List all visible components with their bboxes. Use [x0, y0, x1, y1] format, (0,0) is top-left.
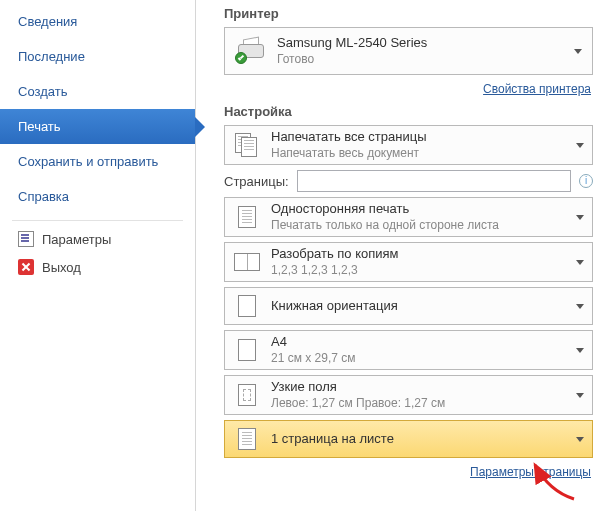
sidebar-sub-label: Выход: [42, 260, 81, 275]
margins-icon: [233, 380, 261, 410]
setting-paper-size[interactable]: A4 21 см x 29,7 см: [224, 330, 593, 370]
setting-texts: Напечатать все страницы Напечатать весь …: [271, 129, 566, 160]
printer-properties-link[interactable]: Свойства принтера: [483, 82, 591, 96]
setting-subtitle: Напечатать весь документ: [271, 146, 566, 161]
sidebar-label: Создать: [18, 84, 67, 99]
sidebar-item-save-send[interactable]: Сохранить и отправить: [0, 144, 195, 179]
sidebar-label: Печать: [18, 119, 61, 134]
setting-orientation[interactable]: Книжная ориентация: [224, 287, 593, 325]
setting-texts: Односторонняя печать Печатать только на …: [271, 201, 566, 232]
setting-subtitle: Левое: 1,27 см Правое: 1,27 см: [271, 396, 566, 411]
settings-section-title: Настройка: [224, 104, 593, 119]
setting-title: Разобрать по копиям: [271, 246, 566, 262]
paper-icon: [233, 335, 261, 365]
setting-texts: Книжная ориентация: [271, 298, 566, 314]
setting-title: Книжная ориентация: [271, 298, 566, 314]
sidebar-separator: [12, 220, 183, 221]
orientation-icon: [233, 291, 261, 321]
chevron-down-icon: [576, 393, 584, 398]
collate-icon: [233, 247, 261, 277]
setting-texts: Узкие поля Левое: 1,27 см Правое: 1,27 с…: [271, 379, 566, 410]
setting-title: 1 страница на листе: [271, 431, 566, 447]
setting-title: A4: [271, 334, 566, 350]
chevron-down-icon: [574, 49, 582, 54]
printer-status: Готово: [277, 52, 564, 68]
pages-icon: [233, 130, 261, 160]
sidebar-label: Сохранить и отправить: [18, 154, 158, 169]
pages-label: Страницы:: [224, 174, 289, 189]
print-panel: Принтер Samsung ML-2540 Series Готово Св…: [196, 0, 603, 511]
printer-icon: [235, 38, 267, 64]
setting-margins[interactable]: Узкие поля Левое: 1,27 см Правое: 1,27 с…: [224, 375, 593, 415]
chevron-down-icon: [576, 215, 584, 220]
setting-subtitle: 1,2,3 1,2,3 1,2,3: [271, 263, 566, 278]
sidebar-item-info[interactable]: Сведения: [0, 4, 195, 39]
setting-pages-per-sheet[interactable]: 1 страница на листе: [224, 420, 593, 458]
sidebar-item-recent[interactable]: Последние: [0, 39, 195, 74]
setting-print-range[interactable]: Напечатать все страницы Напечатать весь …: [224, 125, 593, 165]
info-icon[interactable]: i: [579, 174, 593, 188]
sidebar-item-help[interactable]: Справка: [0, 179, 195, 214]
sidebar-label: Последние: [18, 49, 85, 64]
sidebar-options[interactable]: Параметры: [0, 225, 195, 253]
chevron-down-icon: [576, 348, 584, 353]
one-side-icon: [233, 202, 261, 232]
sidebar-label: Сведения: [18, 14, 77, 29]
sidebar-item-print[interactable]: Печать: [0, 109, 195, 144]
pages-input[interactable]: [297, 170, 571, 192]
chevron-down-icon: [576, 437, 584, 442]
sidebar-exit[interactable]: Выход: [0, 253, 195, 281]
chevron-down-icon: [576, 260, 584, 265]
printer-section-title: Принтер: [224, 6, 593, 21]
exit-icon: [18, 259, 34, 275]
backstage-sidebar: Сведения Последние Создать Печать Сохран…: [0, 0, 196, 511]
printer-texts: Samsung ML-2540 Series Готово: [277, 35, 564, 67]
setting-subtitle: 21 см x 29,7 см: [271, 351, 566, 366]
sidebar-item-new[interactable]: Создать: [0, 74, 195, 109]
setting-title: Напечатать все страницы: [271, 129, 566, 145]
sidebar-label: Справка: [18, 189, 69, 204]
setting-texts: A4 21 см x 29,7 см: [271, 334, 566, 365]
options-icon: [18, 231, 34, 247]
setting-title: Односторонняя печать: [271, 201, 566, 217]
setting-sides[interactable]: Односторонняя печать Печатать только на …: [224, 197, 593, 237]
setting-texts: 1 страница на листе: [271, 431, 566, 447]
per-sheet-icon: [233, 424, 261, 454]
setting-title: Узкие поля: [271, 379, 566, 395]
pages-input-row: Страницы: i: [224, 170, 593, 192]
page-setup-link[interactable]: Параметры страницы: [470, 465, 591, 479]
setting-collate[interactable]: Разобрать по копиям 1,2,3 1,2,3 1,2,3: [224, 242, 593, 282]
chevron-down-icon: [576, 304, 584, 309]
sidebar-sub-label: Параметры: [42, 232, 111, 247]
chevron-down-icon: [576, 143, 584, 148]
setting-subtitle: Печатать только на одной стороне листа: [271, 218, 566, 233]
printer-name: Samsung ML-2540 Series: [277, 35, 564, 52]
setting-texts: Разобрать по копиям 1,2,3 1,2,3 1,2,3: [271, 246, 566, 277]
printer-selector[interactable]: Samsung ML-2540 Series Готово: [224, 27, 593, 75]
